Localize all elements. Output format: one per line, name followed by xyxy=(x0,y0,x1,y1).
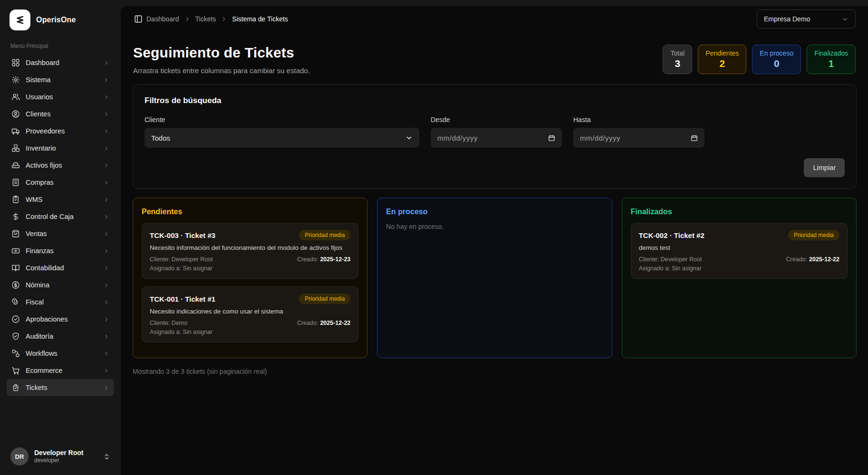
chevron-down-icon xyxy=(841,16,849,23)
ticket-description: Necesito información del funcionamiento … xyxy=(150,244,350,251)
sidebar-section-label: Menú Principal xyxy=(10,43,110,49)
sidebar-item-workflows[interactable]: Workflows xyxy=(7,345,114,362)
sidebar-item-label: Activos fijos xyxy=(26,162,62,169)
boxes-icon xyxy=(11,144,20,152)
ticket-card[interactable]: TCK-003 · Ticket #3Prioridad mediaNecesi… xyxy=(142,223,358,279)
hard-drive-icon xyxy=(11,161,20,170)
dollar-icon xyxy=(11,212,20,221)
chevron-right-icon xyxy=(103,197,109,203)
sidebar-item-inventario[interactable]: Inventario xyxy=(7,140,114,157)
chevron-right-icon xyxy=(103,162,109,169)
avatar: DR xyxy=(10,447,29,466)
ticket-card[interactable]: TCK-001 · Ticket #1Prioridad mediaNecesi… xyxy=(142,286,358,342)
chevron-right-icon xyxy=(103,368,109,374)
calendar-icon[interactable] xyxy=(548,134,555,142)
shield-check-icon xyxy=(11,332,20,341)
company-select[interactable]: Empresa Demo xyxy=(757,10,856,28)
chevron-right-icon xyxy=(103,351,109,357)
chevron-right-icon xyxy=(103,145,109,152)
ticket-client: Cliente: Demo xyxy=(150,320,187,326)
sidebar-item-activos-fijos[interactable]: Activos fijos xyxy=(7,157,114,174)
ticket-client: Cliente: Developer Root xyxy=(639,256,702,263)
column-title: En proceso xyxy=(386,208,603,216)
stat-label: En proceso xyxy=(760,49,793,57)
brand: OperisOne xyxy=(7,8,114,34)
chevron-down-icon xyxy=(405,134,413,142)
calendar-icon[interactable] xyxy=(691,134,698,142)
user-menu[interactable]: DR Developer Root developer xyxy=(7,445,114,468)
coins-icon xyxy=(11,298,20,306)
gear-icon xyxy=(11,76,20,84)
breadcrumb-dashboard[interactable]: Dashboard xyxy=(146,15,179,23)
sidebar-toggle-icon[interactable] xyxy=(133,14,144,24)
sidebar-item-label: Auditoría xyxy=(26,332,53,340)
priority-badge: Prioridad media xyxy=(299,230,350,240)
sidebar-item-sistema[interactable]: Sistema xyxy=(7,71,114,88)
sidebar-item-clientes[interactable]: Clientes xyxy=(7,105,114,123)
filters-card: Filtros de búsqueda Cliente Todos Desde … xyxy=(133,84,857,189)
company-select-value: Empresa Demo xyxy=(764,15,810,23)
sidebar-item-finanzas[interactable]: Finanzas xyxy=(7,242,114,259)
page-subtitle: Arrastra tickets entre columnas para cam… xyxy=(133,66,310,75)
sidebar-item-dashboard[interactable]: Dashboard xyxy=(7,54,114,71)
ticket-assigned: Asignado a: Sin asignar xyxy=(150,265,212,272)
stat-value: 1 xyxy=(814,58,848,69)
sidebar-item-proveedores[interactable]: Proveedores xyxy=(7,123,114,140)
ticket-description: demos test xyxy=(639,244,839,251)
sidebar-item-label: Usuarios xyxy=(26,93,53,101)
chevron-right-icon xyxy=(103,385,109,391)
topbar: Dashboard Tickets Sistema de Tickets Emp… xyxy=(121,6,868,32)
page-title: Seguimiento de Tickets xyxy=(133,45,310,61)
sidebar-item-fiscal[interactable]: Fiscal xyxy=(7,294,114,311)
chevron-right-icon xyxy=(103,248,109,254)
breadcrumb: Dashboard Tickets Sistema de Tickets xyxy=(146,15,288,23)
ticket-title: TCK-003 · Ticket #3 xyxy=(150,231,215,239)
sidebar-item-label: Control de Caja xyxy=(26,213,74,220)
ticket-card[interactable]: TCK-002 · Ticket #2Prioridad mediademos … xyxy=(631,223,848,279)
breadcrumb-tickets[interactable]: Tickets xyxy=(195,15,216,23)
breadcrumb-current: Sistema de Tickets xyxy=(232,15,288,23)
chevron-right-icon xyxy=(103,214,109,220)
chevron-right-icon xyxy=(103,128,109,134)
grid-icon xyxy=(11,58,20,67)
column-empty-text: No hay en proceso. xyxy=(386,223,603,230)
chevron-right-icon xyxy=(103,333,109,340)
sidebar-item-auditor-a[interactable]: Auditoría xyxy=(7,328,114,345)
building-icon xyxy=(11,178,20,187)
ticket-created: Creado:2025-12-23 xyxy=(297,256,350,263)
chevron-right-icon xyxy=(103,94,109,100)
sidebar-item-ventas[interactable]: Ventas xyxy=(7,225,114,242)
sidebar-item-label: Fiscal xyxy=(26,298,44,306)
cliente-select[interactable]: Todos xyxy=(145,128,419,148)
sidebar-item-aprobaciones[interactable]: Aprobaciones xyxy=(7,311,114,328)
hasta-date-input[interactable]: mm/dd/yyyy xyxy=(573,128,704,148)
priority-badge: Prioridad media xyxy=(299,294,350,304)
cart-icon xyxy=(11,366,20,375)
desde-date-input[interactable]: mm/dd/yyyy xyxy=(431,128,562,148)
sidebar-item-ecommerce[interactable]: Ecommerce xyxy=(7,362,114,379)
clear-filters-button[interactable]: Limpiar xyxy=(804,158,845,177)
shopping-bag-icon xyxy=(11,229,20,238)
sidebar-item-control-de-caja[interactable]: Control de Caja xyxy=(7,208,114,225)
sidebar-item-label: Sistema xyxy=(26,76,50,84)
kanban-board: PendientesTCK-003 · Ticket #3Prioridad m… xyxy=(133,198,857,358)
ticket-description: Necesito indicaciones de como usar el si… xyxy=(150,308,350,315)
hasta-placeholder: mm/dd/yyyy xyxy=(580,134,620,142)
chevron-right-icon xyxy=(184,16,191,22)
clipboard-icon xyxy=(11,195,20,204)
priority-badge: Prioridad media xyxy=(788,230,839,240)
sidebar-item-n-mina[interactable]: Nómina xyxy=(7,276,114,294)
sidebar-item-contabilidad[interactable]: Contabilidad xyxy=(7,259,114,276)
sidebar-item-label: Aprobaciones xyxy=(26,315,68,323)
ticket-title: TCK-002 · Ticket #2 xyxy=(639,231,704,239)
user-name: Developer Root xyxy=(34,449,83,457)
sidebar-item-wms[interactable]: WMS xyxy=(7,191,114,208)
chevron-right-icon xyxy=(103,282,109,288)
stat-finalizados: Finalizados1 xyxy=(807,45,856,74)
sidebar-item-usuarios[interactable]: Usuarios xyxy=(7,88,114,105)
sidebar-item-tickets[interactable]: Tickets xyxy=(7,379,114,396)
sidebar-item-compras[interactable]: Compras xyxy=(7,174,114,191)
main-panel: Dashboard Tickets Sistema de Tickets Emp… xyxy=(121,6,868,475)
stat-en-proceso: En proceso0 xyxy=(752,45,801,74)
column-title: Finalizados xyxy=(631,208,848,216)
